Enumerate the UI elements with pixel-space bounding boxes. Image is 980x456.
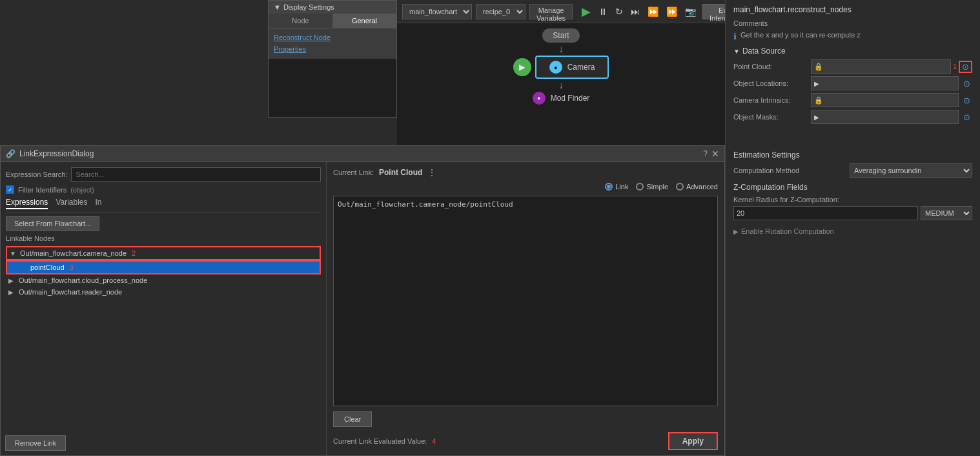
- object-locations-link-button[interactable]: ⊙: [961, 79, 972, 88]
- select-from-flowchart-button[interactable]: Select From Flowchart...: [6, 216, 99, 231]
- computation-method-label: Computation Method: [733, 167, 850, 174]
- dialog-tabs-row: Expressions Variables In: [6, 198, 321, 212]
- display-settings-header: ▼ Display Settings: [269, 1, 396, 14]
- expression-search-label: Expression Search:: [6, 171, 67, 178]
- play-icon[interactable]: ▶: [579, 3, 593, 20]
- kernel-value-row: MEDIUM: [733, 206, 972, 220]
- object-masks-label: Object Masks:: [733, 113, 811, 121]
- tree-item-pointcloud[interactable]: pointCloud 3: [6, 260, 321, 275]
- rp-comments-label: Comments: [733, 19, 972, 27]
- data-source-triangle-icon: ▼: [733, 48, 740, 55]
- filter-identifiers-label: Filter Identifiers: [18, 186, 66, 194]
- dialog: 🔗 LinkExpressionDialog ? ✕ Expression Se…: [0, 145, 725, 456]
- estimation-title: Estimation Settings: [733, 150, 800, 160]
- tree-item-camera-node[interactable]: ▼ Out/main_flowchart.camera_node 2: [6, 246, 321, 260]
- object-masks-link-button[interactable]: ⊙: [961, 112, 972, 122]
- expand-icon: ▼: [10, 250, 17, 257]
- tab-expressions[interactable]: Expressions: [6, 198, 48, 209]
- pause-icon[interactable]: ⏸: [596, 5, 610, 18]
- arrow-down-2: ↓: [558, 80, 564, 90]
- remove-link-button[interactable]: Remove Link: [5, 435, 66, 451]
- object-locations-input: ▶: [811, 76, 959, 90]
- radio-simple-label: Simple: [646, 183, 668, 191]
- camera-intrinsics-lock-icon: 🔒: [814, 96, 823, 105]
- current-link-value: Point Cloud: [379, 168, 422, 177]
- info-circle-icon: ℹ: [733, 32, 737, 41]
- z-computation-section: Z-Computation Fields Kernel Radius for Z…: [733, 183, 972, 220]
- exit-interactor-button[interactable]: Exit Interactor: [702, 4, 725, 19]
- link-mode-row: Link Simple Advanced: [333, 183, 718, 191]
- current-link-row: Current Link: Point Cloud ⋮: [333, 167, 718, 178]
- camera-icon: ●: [549, 61, 562, 74]
- tree-item-label-camera-node: Out/main_flowchart.camera_node: [20, 249, 127, 257]
- bottom-right-panel: Estimation Settings Computation Method A…: [725, 145, 980, 456]
- tab-in[interactable]: In: [96, 198, 102, 209]
- point-cloud-number: 1: [953, 63, 957, 70]
- tree-item-number-3: 3: [70, 264, 74, 271]
- reconstruct-node-link[interactable]: Reconstruct Node Properties: [269, 28, 396, 59]
- dialog-title: LinkExpressionDialog: [19, 149, 699, 158]
- expression-search-row: Expression Search:: [6, 167, 321, 181]
- flowchart-toolbar: main_flowchart recipe_0 Manage Variables…: [397, 0, 725, 23]
- kernel-radius-row: Kernel Radius for Z-Computation:: [733, 196, 972, 203]
- dialog-body: Expression Search: ✓ Filter Identifiers …: [1, 162, 724, 455]
- estimation-settings-section: Estimation Settings Computation Method A…: [733, 150, 972, 178]
- camera-snap-icon[interactable]: 📷: [682, 5, 699, 18]
- tab-variables[interactable]: Variables: [56, 198, 87, 209]
- linkable-nodes-label: Linkable Nodes: [6, 234, 321, 242]
- tree-item-reader-node[interactable]: ▶ Out/main_flowchart.reader_node: [6, 286, 321, 298]
- kernel-dropdown[interactable]: MEDIUM: [921, 206, 972, 220]
- radio-advanced[interactable]: Advanced: [676, 183, 718, 191]
- clear-button[interactable]: Clear: [333, 411, 372, 427]
- triangle-icon: ▼: [274, 3, 281, 11]
- flowchart-selector[interactable]: main_flowchart: [402, 4, 472, 19]
- display-settings-title: Display Settings: [283, 3, 334, 11]
- camera-intrinsics-input: 🔒: [811, 93, 959, 107]
- radio-advanced-dot: [676, 183, 684, 191]
- camera-intrinsics-link-button[interactable]: ⊙: [961, 96, 972, 105]
- fast-forward-icon[interactable]: ⏩: [645, 5, 661, 18]
- manage-variables-button[interactable]: Manage Variables: [529, 4, 573, 19]
- dialog-close-button[interactable]: ✕: [711, 149, 719, 159]
- filter-row: ✓ Filter Identifiers (object): [6, 185, 321, 194]
- tree-item-number-2: 2: [132, 249, 136, 257]
- expression-text-content: Out/main_flowchart.camera_node/pointClou…: [333, 196, 718, 406]
- point-cloud-link-button[interactable]: ⊙: [959, 61, 972, 73]
- current-link-menu-icon[interactable]: ⋮: [427, 167, 436, 178]
- apply-number: 4: [432, 437, 436, 445]
- dialog-help-button[interactable]: ?: [703, 149, 708, 158]
- tab-node[interactable]: Node: [269, 14, 332, 28]
- kernel-value-input[interactable]: [733, 206, 918, 220]
- dialog-link-icon: 🔗: [6, 149, 15, 158]
- start-node[interactable]: Start: [542, 28, 579, 43]
- mod-finder-node[interactable]: ● Mod Finder: [533, 92, 590, 105]
- object-locations-arrow-icon: ▶: [814, 80, 819, 87]
- tab-general[interactable]: General: [332, 14, 396, 28]
- camera-box: ● Camera: [535, 56, 609, 79]
- rp-info-row: ℹ Get the x and y so it can re-compute z: [733, 31, 972, 41]
- right-panel-top: main_flowchart.reconstruct_nodes Comment…: [725, 0, 980, 145]
- refresh-icon[interactable]: ↻: [613, 5, 626, 18]
- filter-checkbox[interactable]: ✓: [6, 185, 14, 194]
- radio-simple[interactable]: Simple: [636, 183, 668, 191]
- skip-icon[interactable]: ⏩: [664, 5, 680, 18]
- point-cloud-lock-icon: 🔒: [814, 63, 823, 71]
- estimation-settings-header: Estimation Settings: [733, 150, 972, 160]
- camera-node[interactable]: ▶ ● Camera: [513, 56, 609, 79]
- radio-link[interactable]: Link: [605, 183, 628, 191]
- camera-intrinsics-field-row: Camera Intrinsics: 🔒 ⊙: [733, 93, 972, 107]
- camera-label: Camera: [567, 63, 595, 72]
- object-locations-field-row: Object Locations: ▶ ⊙: [733, 76, 972, 90]
- expression-search-input[interactable]: [71, 167, 321, 181]
- recipe-selector[interactable]: recipe_0: [476, 4, 526, 19]
- dialog-left-panel: Expression Search: ✓ Filter Identifiers …: [1, 162, 327, 455]
- camera-play-btn[interactable]: ▶: [513, 58, 531, 76]
- tree-item-cloud-process[interactable]: ▶ Out/main_flowchart.cloud_process_node: [6, 275, 321, 286]
- step-icon[interactable]: ⏭: [628, 5, 642, 18]
- object-masks-field-row: Object Masks: ▶ ⊙: [733, 110, 972, 124]
- object-masks-arrow-icon: ▶: [814, 114, 819, 121]
- dialog-right-panel: Current Link: Point Cloud ⋮ Link Simple: [327, 162, 724, 455]
- computation-method-select[interactable]: Averaging surroundin: [850, 163, 972, 178]
- apply-button[interactable]: Apply: [668, 432, 718, 450]
- tree-item-label-reader-node: Out/main_flowchart.reader_node: [19, 288, 122, 296]
